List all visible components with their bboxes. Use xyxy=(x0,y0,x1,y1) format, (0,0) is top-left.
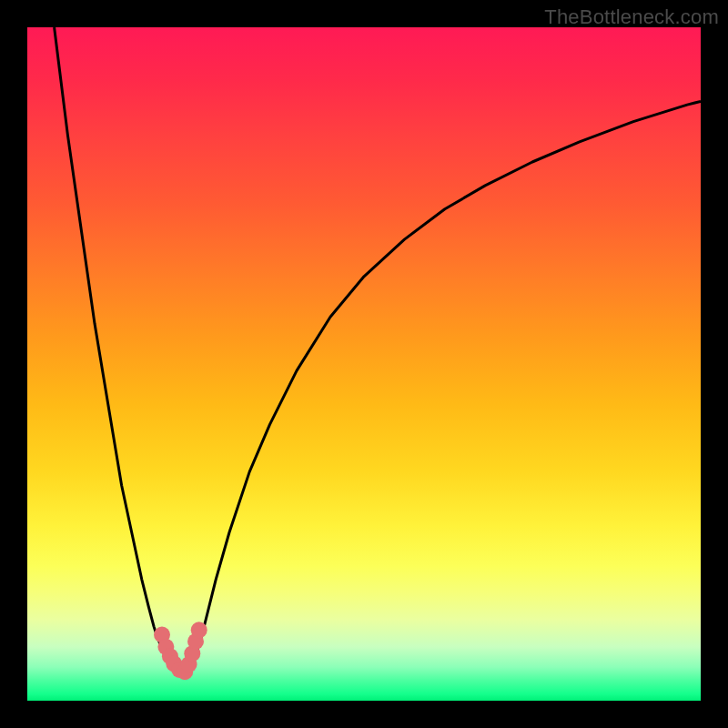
bottleneck-curve xyxy=(55,27,701,676)
watermark-text: TheBottleneck.com xyxy=(544,5,719,29)
curve-layer xyxy=(27,27,701,701)
curve-marker xyxy=(191,622,207,638)
chart-frame: TheBottleneck.com xyxy=(0,0,728,728)
plot-area xyxy=(27,27,701,701)
marker-layer xyxy=(154,622,207,680)
